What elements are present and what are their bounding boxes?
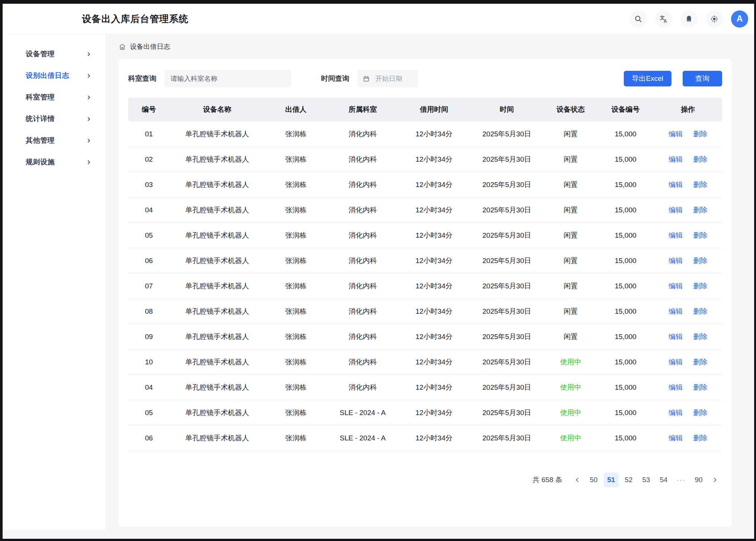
cell-lender: 张润栋 [265, 281, 327, 291]
cell-status: 闲置 [544, 155, 597, 164]
sidebar-item-设别出借日志[interactable]: 设别出借日志 [3, 65, 106, 86]
cell-time: 2025年5月30日 [470, 332, 544, 342]
cell-lender: 张润栋 [265, 256, 327, 266]
chevron-right-icon [86, 116, 92, 122]
cell-duration: 12小时34分 [398, 357, 470, 367]
edit-link[interactable]: 编辑 [668, 408, 683, 418]
delete-link[interactable]: 删除 [693, 205, 707, 215]
cell-actions: 编辑删除 [654, 180, 722, 190]
col-header-time: 时间 [470, 105, 544, 114]
svg-text:A: A [664, 18, 667, 23]
pagination-total: 共 658 条 [533, 475, 562, 485]
sidebar-item-统计详情[interactable]: 统计详情 [3, 108, 106, 130]
cell-id: 01 [128, 130, 170, 138]
cell-name: 单孔腔镜手术机器人 [170, 205, 265, 215]
cell-status: 闲置 [544, 205, 597, 215]
language-icon[interactable]: 文 A [655, 10, 672, 28]
delete-link[interactable]: 删除 [693, 383, 707, 392]
cell-device_no: 15,000 [597, 358, 654, 366]
cell-lender: 张润栋 [265, 307, 327, 316]
notification-icon[interactable] [680, 10, 698, 28]
edit-link[interactable]: 编辑 [668, 180, 683, 190]
cell-duration: 12小时34分 [398, 205, 470, 215]
page-item-51[interactable]: 51 [604, 472, 619, 487]
table-row: 02单孔腔镜手术机器人张润栋消化内科12小时34分2025年5月30日闲置15,… [128, 147, 722, 172]
cell-duration: 12小时34分 [398, 307, 470, 316]
sidebar-item-设备管理[interactable]: 设备管理 [3, 43, 106, 65]
page-item-53[interactable]: 53 [639, 472, 654, 487]
cell-status: 闲置 [544, 180, 597, 190]
delete-link[interactable]: 删除 [693, 357, 707, 367]
dept-search-input[interactable] [165, 70, 291, 87]
page-item-50[interactable]: 50 [586, 472, 601, 487]
cell-name: 单孔腔镜手术机器人 [170, 180, 265, 190]
page-item-90[interactable]: 90 [691, 472, 706, 487]
delete-link[interactable]: 删除 [693, 281, 707, 291]
cell-id: 09 [128, 333, 170, 341]
pagination-pages: 5051525354···90 [586, 472, 706, 487]
start-date-picker[interactable]: 开始日期 [358, 70, 418, 87]
table-row: 06单孔腔镜手术机器人张润栋SLE - 2024 - A12小时34分2025年… [128, 425, 722, 451]
cell-status: 闲置 [544, 129, 597, 139]
cell-name: 单孔腔镜手术机器人 [170, 332, 265, 342]
delete-link[interactable]: 删除 [693, 231, 707, 240]
table-row: 08单孔腔镜手术机器人张润栋消化内科12小时34分2025年5月30日闲置15,… [128, 299, 722, 324]
export-excel-button[interactable]: 导出Excel [624, 71, 671, 86]
search-icon[interactable] [630, 10, 647, 28]
cell-name: 单孔腔镜手术机器人 [170, 231, 265, 240]
cell-lender: 张润栋 [265, 408, 327, 418]
cell-time: 2025年5月30日 [470, 383, 544, 392]
theme-icon[interactable] [706, 10, 723, 28]
cell-device_no: 15,000 [597, 434, 654, 442]
next-page-icon[interactable] [709, 472, 721, 487]
edit-link[interactable]: 编辑 [668, 129, 683, 139]
cell-device_no: 15,000 [597, 383, 654, 392]
edit-link[interactable]: 编辑 [668, 281, 683, 291]
cell-status: 使用中 [544, 408, 597, 418]
cell-time: 2025年5月30日 [470, 205, 544, 215]
cell-duration: 12小时34分 [398, 256, 470, 266]
cell-status: 使用中 [544, 357, 597, 367]
edit-link[interactable]: 编辑 [668, 307, 683, 316]
edit-link[interactable]: 编辑 [668, 357, 683, 367]
query-button[interactable]: 查询 [683, 71, 722, 86]
edit-link[interactable]: 编辑 [668, 332, 683, 342]
sidebar-item-其他管理[interactable]: 其他管理 [3, 130, 106, 151]
cell-time: 2025年5月30日 [470, 256, 544, 266]
breadcrumb-label: 设备出借日志 [130, 42, 170, 51]
delete-link[interactable]: 删除 [693, 433, 707, 443]
cell-id: 05 [128, 409, 170, 417]
chevron-right-icon [86, 51, 92, 57]
col-header-dept: 所属科室 [327, 105, 398, 114]
edit-link[interactable]: 编辑 [668, 256, 683, 266]
sidebar-item-规则设施[interactable]: 规则设施 [3, 151, 106, 173]
edit-link[interactable]: 编辑 [668, 205, 683, 215]
cell-time: 2025年5月30日 [470, 357, 544, 367]
sidebar-item-label: 科室管理 [26, 92, 55, 102]
cell-time: 2025年5月30日 [470, 433, 544, 443]
delete-link[interactable]: 删除 [693, 408, 707, 418]
delete-link[interactable]: 删除 [693, 129, 707, 139]
cell-duration: 12小时34分 [398, 180, 470, 190]
chevron-right-icon [86, 95, 92, 100]
edit-link[interactable]: 编辑 [668, 433, 683, 443]
delete-link[interactable]: 删除 [693, 155, 707, 164]
page-item-54[interactable]: 54 [656, 472, 671, 487]
delete-link[interactable]: 删除 [693, 307, 707, 316]
sidebar-item-科室管理[interactable]: 科室管理 [3, 86, 106, 108]
user-avatar[interactable]: A [731, 10, 748, 28]
cell-actions: 编辑删除 [654, 205, 722, 215]
cell-device_no: 15,000 [597, 231, 654, 240]
prev-page-icon[interactable] [571, 472, 584, 487]
delete-link[interactable]: 删除 [693, 332, 707, 342]
page-item-52[interactable]: 52 [621, 472, 636, 487]
delete-link[interactable]: 删除 [693, 256, 707, 266]
table-row: 03单孔腔镜手术机器人张润栋消化内科12小时34分2025年5月30日闲置15,… [128, 172, 722, 197]
app-window: 设备出入库后台管理系统 文 A [3, 4, 754, 539]
edit-link[interactable]: 编辑 [668, 155, 683, 164]
delete-link[interactable]: 删除 [693, 180, 707, 190]
cell-id: 07 [128, 282, 170, 290]
edit-link[interactable]: 编辑 [668, 383, 683, 392]
content-area: 设备出借日志 科室查询 时间查询 开始日期 [106, 34, 754, 539]
edit-link[interactable]: 编辑 [668, 231, 683, 240]
